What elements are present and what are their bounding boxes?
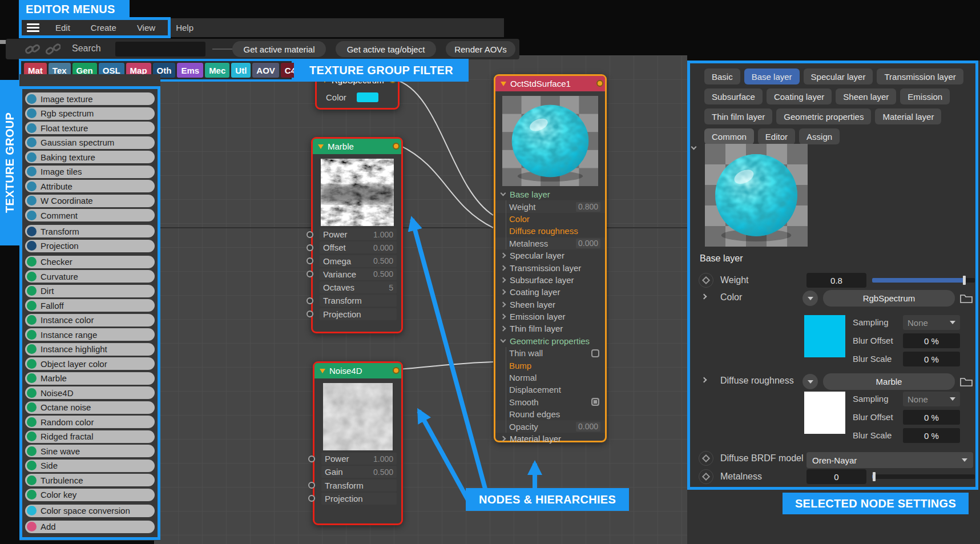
node-octstdsurface1-header[interactable]: OctStdSurface1 bbox=[495, 76, 605, 91]
surface-row-displacement[interactable]: Displacement bbox=[495, 384, 605, 396]
color-dropdown-button[interactable] bbox=[802, 291, 818, 306]
collapse-triangle-icon[interactable] bbox=[501, 82, 506, 86]
render-aovs-button[interactable]: Render AOVs bbox=[446, 41, 515, 57]
input-port[interactable] bbox=[308, 482, 315, 489]
tab-transmission-layer[interactable]: Transmission layer bbox=[877, 68, 963, 84]
filter-chip-utl[interactable]: Utl bbox=[231, 63, 251, 78]
hamburger-menu-icon[interactable] bbox=[27, 23, 39, 32]
input-port[interactable] bbox=[306, 244, 313, 251]
sidebar-item-turbulence[interactable]: Turbulence bbox=[25, 474, 155, 486]
search-input[interactable] bbox=[115, 42, 205, 57]
surface-row-weight[interactable]: Weight0.800 bbox=[495, 200, 605, 212]
surface-row-thin-film-layer[interactable]: Thin film layer bbox=[495, 323, 605, 335]
preview-collapse-icon[interactable] bbox=[691, 144, 697, 150]
tab-specular-layer[interactable]: Specular layer bbox=[804, 68, 873, 84]
weight-reset-icon[interactable] bbox=[699, 273, 713, 288]
chevron-right-icon[interactable] bbox=[501, 289, 506, 295]
surface-row-color[interactable]: Color bbox=[495, 213, 605, 225]
param-row-projection[interactable]: Projection bbox=[320, 308, 397, 320]
roughness-node-button[interactable]: Marble bbox=[823, 373, 955, 390]
surface-row-subsurface-layer[interactable]: Subsurface layer bbox=[495, 274, 605, 286]
surface-row-emission-layer[interactable]: Emission layer bbox=[495, 311, 605, 323]
tab-editor[interactable]: Editor bbox=[758, 128, 795, 144]
sidebar-item-object-layer-color[interactable]: Object layer color bbox=[25, 357, 155, 370]
input-port[interactable] bbox=[306, 297, 313, 304]
param-row-transform[interactable]: Transform bbox=[321, 479, 397, 491]
menu-create[interactable]: Create bbox=[91, 23, 116, 33]
sidebar-item-rgb-spectrum[interactable]: Rgb spectrum bbox=[25, 107, 155, 120]
brdf-dropdown[interactable]: Oren-Nayar bbox=[806, 452, 973, 468]
sidebar-item-gaussian-spectrum[interactable]: Gaussian spectrum bbox=[25, 136, 155, 149]
tab-emission[interactable]: Emission bbox=[900, 88, 950, 104]
node-marble-header[interactable]: Marble bbox=[313, 139, 401, 154]
roughness-blur-scale-field[interactable]: 0 % bbox=[903, 428, 960, 443]
chevron-down-icon[interactable] bbox=[501, 337, 506, 342]
tab-assign[interactable]: Assign bbox=[799, 128, 840, 144]
sidebar-item-curvature[interactable]: Curvature bbox=[25, 270, 155, 283]
output-port[interactable] bbox=[393, 367, 400, 374]
collapse-triangle-icon[interactable] bbox=[318, 144, 324, 149]
color-blur-offset-field[interactable]: 0 % bbox=[903, 333, 960, 348]
sidebar-item-float-texture[interactable]: Float texture bbox=[25, 122, 155, 134]
color-expand-icon[interactable] bbox=[701, 294, 707, 300]
tab-thin-film-layer[interactable]: Thin film layer bbox=[704, 108, 772, 124]
chevron-down-icon[interactable] bbox=[501, 191, 506, 196]
param-row-projection[interactable]: Projection bbox=[321, 493, 397, 505]
surface-row-coating-layer[interactable]: Coating layer bbox=[495, 286, 605, 298]
roughness-blur-offset-field[interactable]: 0 % bbox=[903, 410, 960, 425]
color-sampling-dropdown[interactable]: None bbox=[903, 315, 960, 330]
menu-view[interactable]: View bbox=[137, 23, 155, 33]
menu-help[interactable]: Help bbox=[176, 23, 193, 33]
sidebar-item-side[interactable]: Side bbox=[25, 460, 155, 472]
sidebar-item-projection[interactable]: Projection bbox=[25, 240, 155, 252]
roughness-value-swatch[interactable] bbox=[804, 392, 845, 434]
roughness-folder-icon[interactable] bbox=[960, 376, 973, 386]
collapse-triangle-icon[interactable] bbox=[320, 369, 325, 373]
sidebar-item-noise4d[interactable]: Noise4D bbox=[25, 386, 155, 399]
chevron-right-icon[interactable] bbox=[501, 314, 506, 320]
sidebar-item-comment[interactable]: Comment bbox=[25, 209, 155, 221]
input-port[interactable] bbox=[306, 231, 313, 238]
sidebar-item-octane-noise[interactable]: Octane noise bbox=[25, 401, 155, 414]
tab-base-layer[interactable]: Base layer bbox=[744, 68, 800, 84]
filter-chip-ems[interactable]: Ems bbox=[177, 63, 203, 78]
menu-edit[interactable]: Edit bbox=[55, 23, 70, 33]
param-row-omega[interactable]: Omega0.500 bbox=[320, 255, 397, 267]
sidebar-item-instance-color[interactable]: Instance color bbox=[25, 314, 155, 327]
unlink-material-icon[interactable] bbox=[46, 42, 61, 57]
sidebar-item-instance-highlight[interactable]: Instance highlight bbox=[25, 343, 155, 356]
chevron-right-icon[interactable] bbox=[501, 277, 506, 283]
sidebar-item-image-texture[interactable]: Image texture bbox=[25, 92, 155, 105]
link-material-icon[interactable] bbox=[25, 42, 40, 57]
node-noise4d[interactable]: Noise4D Power1.000Gain0.500TransformProj… bbox=[313, 361, 403, 525]
sidebar-item-w-coordinate[interactable]: W Coordinate bbox=[25, 195, 155, 207]
chevron-right-icon[interactable] bbox=[501, 265, 506, 271]
surface-row-round-edges[interactable]: Round edges bbox=[495, 408, 605, 420]
sidebar-item-instance-range[interactable]: Instance range bbox=[25, 328, 155, 341]
metalness-value-field[interactable]: 0 bbox=[806, 469, 866, 484]
surface-row-bump[interactable]: Bump bbox=[495, 359, 605, 371]
sidebar-item-color-space-conversion[interactable]: Color space conversion bbox=[25, 505, 155, 517]
roughness-expand-icon[interactable] bbox=[701, 377, 707, 383]
sidebar-item-marble[interactable]: Marble bbox=[25, 372, 155, 385]
weight-value-field[interactable]: 0.8 bbox=[806, 273, 866, 288]
node-graph-canvas[interactable] bbox=[154, 55, 687, 544]
sidebar-item-ridged-fractal[interactable]: Ridged fractal bbox=[25, 430, 155, 443]
tab-sheen-layer[interactable]: Sheen layer bbox=[836, 88, 896, 104]
tab-subsurface[interactable]: Subsurface bbox=[704, 88, 763, 104]
tab-basic[interactable]: Basic bbox=[704, 68, 740, 84]
color-swatch[interactable] bbox=[357, 92, 378, 102]
filter-chip-mec[interactable]: Mec bbox=[205, 63, 229, 78]
input-port[interactable] bbox=[306, 311, 313, 317]
surface-row-sheen-layer[interactable]: Sheen layer bbox=[495, 299, 605, 311]
color-blur-scale-field[interactable]: 0 % bbox=[903, 352, 960, 366]
param-row-gain[interactable]: Gain0.500 bbox=[321, 466, 397, 478]
brdf-reset-icon[interactable] bbox=[699, 451, 713, 466]
surface-row-base-layer[interactable]: Base layer bbox=[495, 188, 605, 200]
sidebar-item-dirt[interactable]: Dirt bbox=[25, 285, 155, 297]
input-port[interactable] bbox=[308, 456, 315, 462]
param-row-transform[interactable]: Transform bbox=[320, 295, 397, 307]
sidebar-item-checker[interactable]: Checker bbox=[25, 256, 155, 268]
tab-geometric-properties[interactable]: Geometric properties bbox=[776, 108, 871, 124]
color-value-swatch[interactable] bbox=[804, 315, 845, 357]
